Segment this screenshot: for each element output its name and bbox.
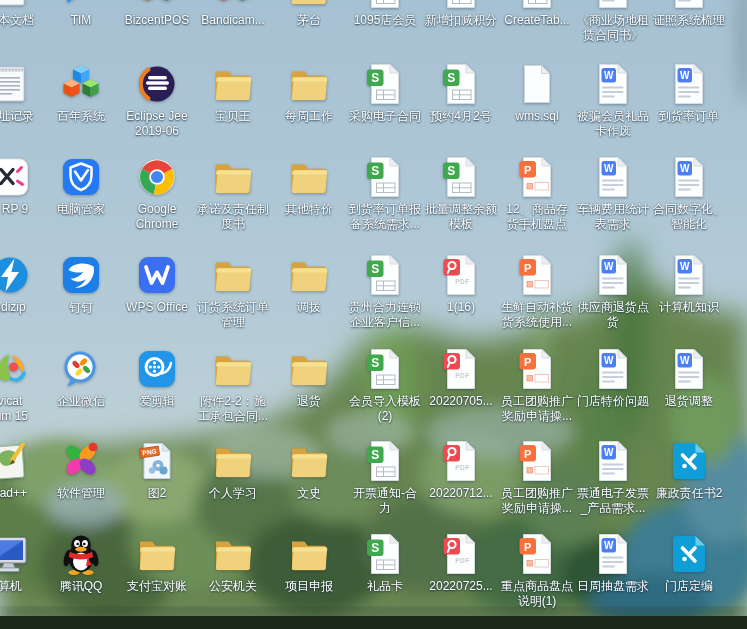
icon-label: 被骗会员礼品卡作废 (573, 109, 653, 139)
desktop-icon-eclipse-jee[interactable]: Eclipse Jee2019-06 (117, 62, 197, 139)
desktop-icon-daily-weekly-spot-check[interactable]: W日周抽盘需求 (573, 532, 653, 594)
icon-label: 贵州合力连锁企业客户信... (345, 300, 425, 330)
desktop-icon-contract-digitalization[interactable]: W合同数字化、智能化 (649, 155, 729, 232)
icon-label-line: 1095店会员 (345, 13, 425, 28)
icon-label-line: 车辆费用统计 (573, 202, 653, 217)
desktop-icon-member-import-template[interactable]: S会员导入模板(2) (345, 347, 425, 424)
desktop-icon-public-security[interactable]: 公安机关 (193, 532, 273, 594)
desktop-icon-google-chrome[interactable]: GoogleChrome (117, 155, 197, 232)
icon-label-line: 退货调整 (649, 394, 729, 409)
icon-label: BizcentPOS (117, 13, 197, 28)
word-doc-icon: W (591, 253, 635, 297)
desktop-icon-createtab[interactable]: SCreateTab... (497, 0, 577, 28)
icon-label-line: 门店特价问题 (573, 394, 653, 409)
icon-label-line: Chrome (117, 217, 197, 232)
desktop-icon-bizcentpos[interactable]: BizcentPOS (117, 0, 197, 28)
desktop-icon-attachment-2-2-contract[interactable]: 附件2-2：施工承包合同... (193, 347, 273, 424)
icon-label-line: 调拨 (269, 300, 349, 315)
desktop-icon-arrival-rate-order[interactable]: W到货率订单 (649, 62, 729, 124)
desktop-icon-wms-sql[interactable]: wms.sql (497, 62, 577, 124)
desktop-icon-key-goods-inventory-note[interactable]: P重点商品盘点说明(1) (497, 532, 577, 609)
desktop-icon-pdf-20220712[interactable]: PDF20220712... (421, 439, 501, 501)
desktop-icon-transfer[interactable]: 调拨 (269, 253, 349, 315)
icon-label-line: 合同数字化、 (649, 202, 729, 217)
desktop-icon-literature-history[interactable]: 文史 (269, 439, 349, 501)
desktop-icon-license-system[interactable]: W证照系统梳理 (649, 0, 729, 28)
desktop-icon-image-2[interactable]: PNG图2 (117, 439, 197, 501)
desktop-icon-tim[interactable]: TIM (41, 0, 121, 28)
icon-label: 到货率订单 (649, 109, 729, 124)
desktop-icon-goods-mobile-inventory[interactable]: P12、商品存货手机盘点 (497, 155, 577, 232)
desktop-icon-vehicle-cost-stats[interactable]: W车辆费用统计表需求 (573, 155, 653, 232)
desktop-icon-invoice-notice-heli[interactable]: S开票通知-合力 (345, 439, 425, 516)
icon-label-line: 度书 (193, 217, 273, 232)
desktop-icon-group-buy-reward-1[interactable]: P员工团购推广奖励申请操... (497, 347, 577, 424)
desktop-icon-pdf-1-16[interactable]: PDF1(16) (421, 253, 501, 315)
spreadsheet-doc-icon: S (439, 0, 483, 10)
desktop-icon-integrity-responsibility-2[interactable]: 廉政责任书2 (649, 439, 729, 501)
icon-label: wms.sql (497, 109, 577, 124)
desktop-icon-aijianji[interactable]: 爱剪辑 (117, 347, 197, 409)
desktop-icon-wps-office[interactable]: WPS Office (117, 253, 197, 315)
desktop-icon-pdf-20220705[interactable]: PDF20220705... (421, 347, 501, 409)
icon-label: 支付宝对账 (117, 579, 197, 594)
desktop-icon-pc-manager[interactable]: 电脑管家 (41, 155, 121, 217)
desktop-icon-alipay-reconcile[interactable]: 支付宝对账 (117, 532, 197, 594)
desktop-icon-tencent-qq[interactable]: 腾讯QQ (41, 532, 121, 594)
desktop-icon-weekly-work[interactable]: 每周工作 (269, 62, 349, 124)
icon-label: 每周工作 (269, 109, 349, 124)
folder-icon (287, 155, 331, 199)
desktop-icon-piaotong-e-invoice[interactable]: W票通电子发票_产品需求... (573, 439, 653, 516)
icon-label: 文史 (269, 486, 349, 501)
desktop-icon-store-special-issue[interactable]: W门店特价问题 (573, 347, 653, 409)
icon-label-line: 采购电子合同 (345, 109, 425, 124)
desktop-icon-store-staffing[interactable]: 门店定编 (649, 532, 729, 594)
desktop-icon-maotai[interactable]: 茅台 (269, 0, 349, 28)
icon-label-line: 20220712... (421, 486, 501, 501)
icon-label: 新增扣减积分 (421, 13, 501, 28)
desktop-icon-gift-card[interactable]: S礼品卡 (345, 532, 425, 594)
desktop-icon-dingtalk[interactable]: 钉钉 (41, 253, 121, 315)
desktop-icon-pdf-20220725[interactable]: PDF20220725... (421, 532, 501, 594)
desktop-icon-business-lease-contract[interactable]: W《商业场地租赁合同书》 (573, 0, 653, 43)
icon-label-line: (2) (345, 409, 425, 424)
desktop-icon-bandicam[interactable]: Bandicam... (193, 0, 273, 28)
desktop-icon-commitment-responsibility[interactable]: 承诺及责任制度书 (193, 155, 273, 232)
desktop-icon-arrival-rate-report[interactable]: S到货率订单报备系统需求... (345, 155, 425, 232)
eclipse-app-icon (135, 62, 179, 106)
icon-label-line: TIM (41, 13, 121, 28)
folder-icon (287, 253, 331, 297)
desktop-icon-project-application[interactable]: 项目申报 (269, 532, 349, 594)
icon-label-line: _产品需求... (573, 501, 653, 516)
desktop-icon-return-adjust[interactable]: W退货调整 (649, 347, 729, 409)
desktop-icon-group-buy-reward-2[interactable]: P员工团购推广奖励申请操... (497, 439, 577, 516)
folder-icon (211, 439, 255, 483)
desktop-icon-software-manager[interactable]: 软件管理 (41, 439, 121, 501)
desktop-icon-supplier-return-check[interactable]: W供应商退货点货 (573, 253, 653, 330)
desktop-icon-points-adjust[interactable]: S新增扣减积分 (421, 0, 501, 28)
desktop-icon-store-1095-members[interactable]: S1095店会员 (345, 0, 425, 28)
desktop-icon-personal-study[interactable]: 个人学习 (193, 439, 273, 501)
desktop-icon-batch-balance-template[interactable]: S批量调整余额模板 (421, 155, 501, 232)
icon-label-line: 预约4月2号 (421, 109, 501, 124)
desktop-icon-guizhou-heli-customer[interactable]: S贵州合力连锁企业客户信... (345, 253, 425, 330)
desktop-icon-wework[interactable]: 企业微信 (41, 347, 121, 409)
desktop-icon-other-specials[interactable]: 其他特价 (269, 155, 349, 217)
desktop-icon-appointment-apr2[interactable]: S预约4月2号 (421, 62, 501, 124)
desktop-icon-fresh-auto-replenish[interactable]: P生鲜自动补货货系统使用... (497, 253, 577, 330)
icon-label-line: 其他特价 (269, 202, 349, 217)
icon-label-line: 企业微信 (41, 394, 121, 409)
desktop-icon-scammed-member-giftcard[interactable]: W被骗会员礼品卡作废 (573, 62, 653, 139)
desktop-icon-computer-knowledge[interactable]: W计算机知识 (649, 253, 729, 315)
desktop-icon-baobeiwang[interactable]: 宝贝王 (193, 62, 273, 124)
desktop-icon-procurement-e-contract[interactable]: S采购电子合同 (345, 62, 425, 124)
this-pc-icon (0, 532, 32, 576)
png-image-icon: PNG (135, 439, 179, 483)
icon-label-line: 20220725... (421, 579, 501, 594)
desktop-icon-returns[interactable]: 退货 (269, 347, 349, 409)
icon-label: 门店特价问题 (573, 394, 653, 409)
desktop-icon-order-system-mgmt[interactable]: 订货系统订单管理 (193, 253, 273, 330)
desktop-icon-bainian-system[interactable]: 百年系统 (41, 62, 121, 124)
icon-label: 企业微信 (41, 394, 121, 409)
svg-text:PDF: PDF (455, 372, 470, 379)
